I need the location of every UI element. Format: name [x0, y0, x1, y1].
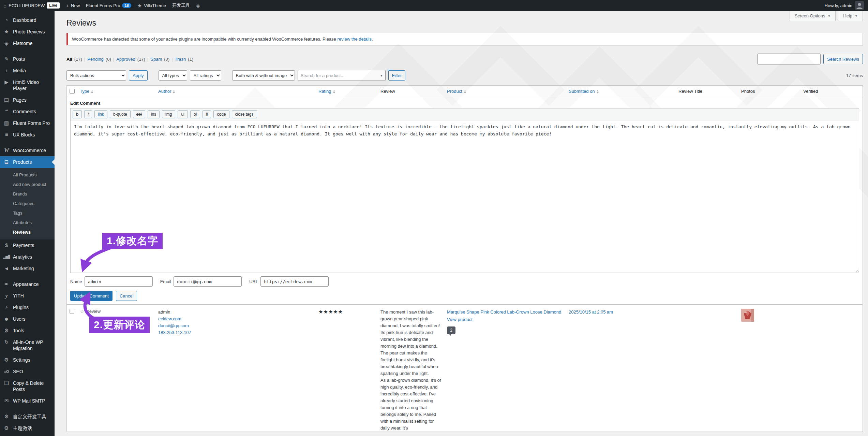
sidebar-item-dashboard[interactable]: ◔ Dashboard [0, 14, 55, 26]
image-filter-select[interactable]: Both with & without image [232, 70, 295, 81]
sidebar-item-fluent-forms-pro[interactable]: ▥ Fluent Forms Pro [0, 117, 55, 129]
search-reviews-input[interactable] [757, 54, 821, 64]
avatar[interactable] [855, 1, 864, 10]
filter-button[interactable]: Filter [388, 70, 406, 81]
product-search-combobox[interactable]: Search for a product... ▾ [298, 70, 386, 81]
row-checkbox[interactable] [70, 309, 74, 314]
sidebar-item-payments[interactable]: $ Payments [0, 239, 55, 251]
sidebar-item-comments[interactable]: ❝ Comments [0, 106, 55, 117]
sidebar-item-products[interactable]: ⊟ Products [0, 156, 55, 168]
column-header-type[interactable]: Type [77, 89, 155, 94]
quicktag-img-button[interactable]: img [162, 110, 175, 118]
sidebar-item-wp-mail-smtp[interactable]: ✉ WP Mail SMTP [0, 395, 55, 407]
help-button[interactable]: Help ▼ [838, 11, 863, 21]
review-photo-thumbnail[interactable] [741, 309, 754, 322]
column-header-rating[interactable]: Rating [316, 89, 378, 94]
submenu-reviews[interactable]: Reviews [0, 228, 55, 237]
quicktag-blockquote-button[interactable]: b-quote [110, 110, 131, 118]
howdy-label[interactable]: Howdy, admin [825, 3, 852, 8]
sidebar-item-media[interactable]: ♪ Media [0, 65, 55, 76]
submitted-date-link[interactable]: 2025/10/15 at 2:05 am [569, 309, 613, 315]
author-ip-link[interactable]: 188.253.113.107 [158, 329, 313, 336]
view-spam-link[interactable]: Spam [150, 57, 162, 62]
sidebar-item-marketing[interactable]: ◄ Marketing [0, 263, 55, 274]
sidebar-item-all-in-one-wp-migration[interactable]: ↻ All-in-One WP Migration [0, 336, 55, 354]
review-details-link[interactable]: review the details [337, 37, 371, 42]
sidebar-item-flatsome[interactable]: ◈ Flatsome [0, 38, 55, 49]
submenu-tags[interactable]: Tags [0, 208, 55, 218]
quicktag-italic-button[interactable]: i [84, 110, 92, 118]
submenu-attributes[interactable]: Attributes [0, 218, 55, 228]
admin-bar-devtools[interactable]: 开发工具 [172, 2, 190, 9]
sidebar-item-theme-activation[interactable]: ⚙ 主题激活 [0, 422, 55, 434]
review-title-cell [676, 305, 738, 309]
type-filter-select[interactable]: All types [159, 70, 187, 81]
author-email-link[interactable]: doocii@qq.com [158, 322, 313, 329]
sidebar-item-html5-video-player[interactable]: ▶ Html5 Video Player [0, 76, 55, 94]
submenu-all-products[interactable]: All Products [0, 170, 55, 180]
sidebar-item-seo[interactable]: ≡O SEO [0, 366, 55, 377]
review-type-label: Review [86, 309, 101, 314]
name-label: Name [70, 279, 82, 284]
screen-options-button[interactable]: Screen Options ▼ [790, 11, 836, 21]
column-header-author[interactable]: Author [155, 89, 316, 94]
apply-button[interactable]: Apply [129, 70, 148, 81]
quicktag-ins-button[interactable]: ins [148, 110, 160, 118]
admin-bar-right: Howdy, admin [825, 1, 868, 10]
comment-count-bubble[interactable]: 2 [447, 326, 455, 334]
view-trash-link[interactable]: Trash [175, 57, 186, 62]
sidebar-item-posts[interactable]: ✎ Posts [0, 53, 55, 65]
select-all-checkbox[interactable] [70, 89, 75, 94]
quicktag-link-button[interactable]: link [94, 110, 107, 118]
search-reviews-button[interactable]: Search Reviews [823, 54, 863, 64]
column-header-product[interactable]: Product [444, 89, 566, 94]
sidebar-item-settings[interactable]: ⚙ Settings [0, 354, 55, 366]
admin-bar-fluent-forms[interactable]: Fluent Forms Pro 18 [86, 3, 131, 8]
sidebar-item-yith[interactable]: y YITH [0, 290, 55, 302]
view-pending-link[interactable]: Pending [87, 57, 104, 62]
view-approved-link[interactable]: Approved [116, 57, 135, 62]
home-icon: ⌂ [3, 3, 6, 8]
submenu-add-new-product[interactable]: Add new product [0, 180, 55, 189]
quicktag-close-tags-button[interactable]: close tags [232, 110, 257, 118]
name-field[interactable] [85, 276, 153, 287]
sidebar-item-appearance[interactable]: ✒ Appearance [0, 278, 55, 290]
ux-blocks-icon: ▦ [3, 132, 10, 138]
sidebar-item-ux-blocks[interactable]: ▦ UX Blocks [0, 129, 55, 141]
sidebar-item-plugins[interactable]: ⚡ Plugins [0, 302, 55, 313]
devtools-label: 开发工具 [172, 2, 190, 9]
submenu-brands[interactable]: Brands [0, 189, 55, 199]
sidebar-item-custom-dev-tools[interactable]: ⚙ 自定义开发工具 [0, 411, 55, 422]
sidebar-item-analytics[interactable]: ▂▅█ Analytics [0, 251, 55, 263]
sidebar-item-woocommerce[interactable]: W WooCommerce [0, 145, 55, 156]
admin-bar-new[interactable]: + New [66, 3, 80, 8]
update-comment-button[interactable]: Update Comment [70, 291, 113, 301]
quicktag-ol-button[interactable]: ol [190, 110, 200, 118]
comment-textarea[interactable]: I'm totally in love with the heart-shape… [71, 120, 859, 273]
quicktag-del-button[interactable]: del [133, 110, 145, 118]
product-link[interactable]: Marquise Shape Pink Colored Lab-Grown Lo… [447, 309, 563, 316]
sidebar-item-pages[interactable]: ▤ Pages [0, 94, 55, 106]
sidebar-item-photo-reviews[interactable]: ★ Photo Reviews [0, 26, 55, 38]
sidebar-item-users[interactable]: ☻ Users [0, 313, 55, 325]
quicktag-li-button[interactable]: li [203, 110, 211, 118]
sidebar-item-tools[interactable]: ⚙ Tools [0, 325, 55, 336]
view-product-link[interactable]: View product [447, 316, 563, 323]
cancel-button[interactable]: Cancel [116, 291, 137, 301]
quicktag-bold-button[interactable]: b [73, 110, 82, 118]
view-all-link[interactable]: All [66, 57, 72, 62]
url-field[interactable] [260, 276, 329, 287]
admin-bar-villatheme[interactable]: ★ VillaTheme [137, 3, 166, 8]
author-site-link[interactable]: ecldew.com [158, 316, 313, 322]
column-header-submitted-on[interactable]: Submitted on [566, 89, 676, 94]
quicktag-code-button[interactable]: code [213, 110, 229, 118]
seo-icon: ≡O [3, 368, 10, 375]
quicktag-ul-button[interactable]: ul [178, 110, 188, 118]
sidebar-item-copy-delete-posts[interactable]: ❏ Copy & Delete Posts [0, 377, 55, 395]
admin-bar-site[interactable]: ⌂ ECO LUEURDEW Live [3, 2, 60, 9]
submenu-categories[interactable]: Categories [0, 199, 55, 208]
admin-bar-diamond[interactable]: ◈ [196, 3, 200, 8]
email-field[interactable] [174, 276, 242, 287]
rating-filter-select[interactable]: All ratings [190, 70, 221, 81]
bulk-actions-select[interactable]: Bulk actions [66, 70, 126, 81]
